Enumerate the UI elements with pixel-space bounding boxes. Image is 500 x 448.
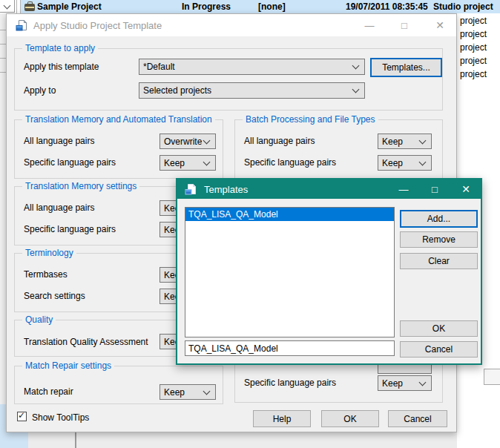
- project-name-cell: Sample Project: [37, 1, 102, 12]
- apply-this-template-combobox[interactable]: *Default: [139, 59, 365, 75]
- tm-auto-specific-pairs-combobox[interactable]: Keep: [159, 155, 216, 171]
- cancel-button[interactable]: Cancel: [388, 410, 447, 427]
- all-language-pairs-label: All language pairs: [24, 136, 94, 146]
- maximize-icon[interactable]: □: [392, 14, 417, 36]
- chevron-down-icon: [419, 378, 427, 386]
- group-match-repair: Match Repair settings Match repair Keep: [14, 366, 223, 404]
- background-statusbar-fragment: [0, 404, 6, 448]
- match-repair-label: Match repair: [24, 386, 73, 397]
- group-batch-processing: Batch Processing and File Types All lang…: [234, 119, 443, 179]
- background-projects-list-header-row: Sample Project In Progress [none] 19/07/…: [0, 0, 500, 13]
- cancel-button[interactable]: Cancel: [400, 341, 478, 358]
- ok-button[interactable]: OK: [400, 320, 478, 337]
- apply-to-combobox[interactable]: Selected projects: [139, 82, 365, 99]
- project-type-cell: Studio project: [433, 1, 493, 12]
- divider: [0, 30, 6, 30]
- templates-listbox[interactable]: TQA_LISA_QA_Model: [185, 207, 395, 337]
- ok-button[interactable]: OK: [321, 410, 379, 427]
- chevron-down-icon: [419, 136, 427, 144]
- combobox-value: *Default: [143, 62, 175, 72]
- project-scope-cell: [none]: [258, 1, 286, 12]
- batch-all-pairs-combobox[interactable]: Keep: [378, 134, 432, 149]
- project-date-cell: 19/07/2011 08:35:45: [346, 1, 428, 12]
- background-bottom-edge: [6, 432, 457, 448]
- background-statusbar-fragment: [6, 432, 28, 448]
- list-item[interactable]: project: [460, 69, 487, 79]
- combobox-value: Keep: [382, 136, 403, 147]
- specific-language-pairs-label: Specific language pairs: [244, 157, 336, 168]
- chevron-down-icon: [4, 2, 11, 10]
- divider: [16, 0, 17, 13]
- chevron-down-icon: [352, 62, 360, 70]
- templates-dialog: Templates — □ ✕ TQA_LISA_QA_Model Add...…: [176, 178, 482, 365]
- tqa-label: Translation Quality Assessment: [24, 337, 148, 347]
- list-item[interactable]: project: [460, 56, 487, 66]
- minimize-icon[interactable]: —: [357, 14, 382, 36]
- list-item[interactable]: project: [460, 16, 487, 26]
- group-legend: Match Repair settings: [22, 360, 114, 372]
- list-item[interactable]: project: [460, 29, 487, 39]
- search-settings-label: Search settings: [24, 291, 85, 301]
- screen: Sample Project In Progress [none] 19/07/…: [0, 0, 500, 448]
- maximize-icon[interactable]: □: [422, 179, 447, 199]
- divider: [75, 432, 76, 448]
- background-left-edge: [0, 13, 6, 448]
- termbases-label: Termbases: [24, 269, 68, 280]
- divider: [0, 58, 6, 59]
- project-briefcase-icon: [24, 4, 35, 11]
- templates-button[interactable]: Templates...: [370, 58, 442, 77]
- specific-language-pairs-label: Specific language pairs: [244, 378, 336, 388]
- apply-dialog-titlebar[interactable]: Apply Studio Project Template — □ ✕: [7, 14, 456, 36]
- selected-project-row[interactable]: Sample Project In Progress [none] 19/07/…: [21, 0, 500, 13]
- specific-language-pairs-label: Specific language pairs: [24, 157, 116, 168]
- combobox-value: Overwrite: [164, 136, 202, 147]
- add-button[interactable]: Add...: [400, 210, 478, 228]
- chevron-down-icon: [352, 86, 360, 93]
- show-tooltips-checkbox[interactable]: ✓: [17, 412, 27, 421]
- chevron-down-icon: [203, 387, 211, 395]
- group-legend: Translation Memory and Automated Transla…: [22, 114, 215, 125]
- group-template-to-apply: Template to apply Apply this template *D…: [14, 48, 443, 111]
- group-legend: Batch Processing and File Types: [243, 114, 378, 125]
- document-icon: [185, 183, 197, 195]
- all-language-pairs-label: All language pairs: [244, 136, 315, 146]
- background-dropdown-control[interactable]: [0, 0, 15, 13]
- apply-to-label: Apply to: [24, 85, 56, 96]
- combobox-value: Keep: [382, 158, 403, 168]
- close-icon[interactable]: ✕: [453, 179, 478, 199]
- group-legend: Quality: [22, 314, 56, 326]
- apply-this-template-label: Apply this template: [24, 62, 99, 72]
- checkmark-icon: ✓: [18, 410, 25, 421]
- clear-button[interactable]: Clear: [400, 253, 478, 269]
- show-tooltips-label: Show ToolTips: [32, 412, 89, 423]
- close-icon[interactable]: ✕: [427, 14, 453, 36]
- combobox-value: Keep: [382, 378, 403, 389]
- remove-button[interactable]: Remove: [400, 231, 478, 248]
- batch-specific-pairs-combobox[interactable]: Keep: [378, 155, 432, 171]
- group-tm-automated-translation: Translation Memory and Automated Transla…: [14, 119, 223, 179]
- all-language-pairs-label: All language pairs: [24, 202, 94, 213]
- minimize-icon[interactable]: —: [391, 179, 416, 199]
- match-repair-combobox[interactable]: Keep: [159, 384, 216, 400]
- divider: [0, 44, 6, 45]
- chevron-down-icon: [203, 136, 211, 144]
- tm-auto-all-pairs-combobox[interactable]: Overwrite: [159, 134, 216, 149]
- chevron-down-icon: [419, 158, 427, 165]
- combobox-value: Selected projects: [143, 85, 211, 96]
- combobox-value: Keep: [164, 158, 185, 168]
- templates-dialog-titlebar[interactable]: Templates — □ ✕: [177, 179, 481, 199]
- template-list-item-selected[interactable]: TQA_LISA_QA_Model: [185, 208, 394, 221]
- divider: [0, 72, 6, 73]
- list-item[interactable]: project: [460, 42, 487, 53]
- group-legend: Terminology: [22, 248, 76, 259]
- right-bottom-specific-pairs-combobox[interactable]: Keep: [378, 375, 432, 391]
- specific-language-pairs-label: Specific language pairs: [24, 224, 116, 234]
- group-legend: Template to apply: [22, 43, 98, 54]
- template-name-input[interactable]: [185, 340, 395, 356]
- help-button[interactable]: Help: [253, 410, 311, 427]
- project-status-cell: In Progress: [182, 1, 231, 12]
- background-panel-edge: [484, 369, 500, 385]
- apply-dialog-title: Apply Studio Project Template: [33, 20, 162, 31]
- templates-dialog-title: Templates: [204, 184, 248, 195]
- divider: [20, 0, 21, 13]
